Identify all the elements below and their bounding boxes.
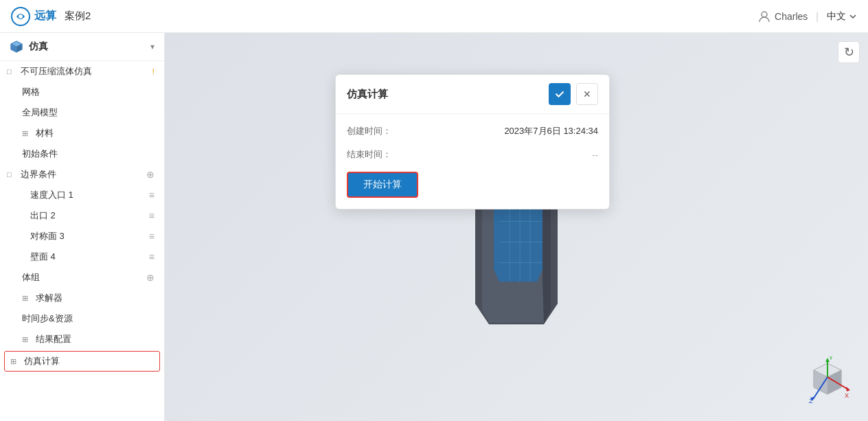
viewport: ↻ Y Z <box>165 33 868 421</box>
user-area[interactable]: Charles <box>758 10 808 23</box>
tree-item[interactable]: ⊞ 求解器 <box>0 288 164 308</box>
tree-item[interactable]: 时间步&资源 <box>0 308 164 329</box>
dialog-title: 仿真计算 <box>347 88 388 101</box>
refresh-icon: ↻ <box>844 45 854 60</box>
tree-label-outlet: 出口 2 <box>30 209 149 222</box>
tree-label-initial-condition: 初始条件 <box>22 148 155 160</box>
tree-item[interactable]: 对称面 3 ≡ <box>0 226 164 247</box>
dialog-close-button[interactable]: ✕ <box>576 83 598 105</box>
start-calc-row: 开始计算 <box>347 172 598 198</box>
tree-label-symmetry: 对称面 3 <box>30 230 149 242</box>
logo-text: 远算 <box>34 9 56 23</box>
tree-label-wall: 壁面 4 <box>30 251 149 263</box>
simulation-dialog: 仿真计算 ✕ 创建时间： <box>335 74 610 209</box>
tree-label-incompressible: 不可压缩流体仿真 <box>21 65 148 78</box>
menu-wall-icon[interactable]: ≡ <box>149 251 155 262</box>
add-body-icon[interactable]: ⊕ <box>146 272 155 283</box>
dialog-header: 仿真计算 ✕ <box>336 75 609 114</box>
tree-item[interactable]: 出口 2 ≡ <box>0 205 164 226</box>
tree-item[interactable]: 速度入口 1 ≡ <box>0 185 164 205</box>
axis-indicator: Y Z X <box>803 356 852 405</box>
header-right: Charles | 中文 <box>758 10 857 23</box>
header-left: 远算 案例2 <box>11 7 91 26</box>
main-layout: 仿真 ▾ □ 不可压缩流体仿真 ! 网格 全局模型 ⊞ 材料 初始条件 □ 边界… <box>0 33 868 421</box>
svg-point-2 <box>762 12 767 17</box>
tree-label-material: 材料 <box>36 127 155 139</box>
tree-label-velocity: 速度入口 1 <box>30 189 149 201</box>
svg-text:X: X <box>845 392 849 399</box>
menu-outlet-icon[interactable]: ≡ <box>149 210 155 221</box>
expand-icon: ⊞ <box>22 335 33 344</box>
add-boundary-icon[interactable]: ⊕ <box>146 169 155 180</box>
create-time-row: 创建时间： 2023年7月6日 13:24:34 <box>347 125 598 137</box>
end-time-row: 结束时间： -- <box>347 148 598 161</box>
svg-text:Z: Z <box>809 398 813 405</box>
tree-label-mesh: 网格 <box>22 86 155 98</box>
tree-item[interactable]: □ 边界条件 ⊕ <box>0 164 164 185</box>
svg-text:Y: Y <box>829 356 833 361</box>
create-time-value: 2023年7月6日 13:24:34 <box>402 125 598 137</box>
language-selector[interactable]: 中文 <box>827 10 857 23</box>
user-name: Charles <box>775 11 808 22</box>
dialog-body: 创建时间： 2023年7月6日 13:24:34 结束时间： -- 开始计算 <box>336 114 609 209</box>
language-label: 中文 <box>827 10 846 23</box>
sidebar-title: 仿真 <box>29 41 48 53</box>
viewport-refresh-button[interactable]: ↻ <box>838 41 860 63</box>
svg-point-1 <box>19 14 23 19</box>
tree-item-simulation-calc[interactable]: ⊞ 仿真计算 <box>4 351 160 372</box>
expand-icon: ⊞ <box>22 129 33 138</box>
expand-icon: □ <box>7 67 18 76</box>
check-icon <box>554 89 565 100</box>
start-calc-label: 开始计算 <box>363 179 402 190</box>
menu-velocity-icon[interactable]: ≡ <box>149 190 155 201</box>
dialog-confirm-button[interactable] <box>549 83 571 105</box>
end-time-label: 结束时间： <box>347 148 402 161</box>
expand-icon: ⊞ <box>22 294 33 303</box>
logo: 远算 <box>11 7 56 26</box>
tree-item[interactable]: 体组 ⊕ <box>0 267 164 288</box>
project-name: 案例2 <box>65 10 91 23</box>
tree-item[interactable]: □ 不可压缩流体仿真 ! <box>0 61 164 82</box>
sidebar-header-left: 仿真 <box>10 40 48 54</box>
tree-label-result-config: 结果配置 <box>36 333 155 345</box>
warning-icon: ! <box>152 67 155 77</box>
user-icon <box>758 10 770 23</box>
header-divider: | <box>816 11 819 22</box>
dialog-header-actions: ✕ <box>549 83 598 105</box>
tree-item[interactable]: 壁面 4 ≡ <box>0 247 164 267</box>
end-time-value: -- <box>402 150 598 160</box>
create-time-label: 创建时间： <box>347 125 402 137</box>
tree-label-boundary: 边界条件 <box>21 168 146 181</box>
close-icon: ✕ <box>583 89 591 100</box>
tree-label-simulation-calc: 仿真计算 <box>24 355 154 367</box>
menu-symmetry-icon[interactable]: ≡ <box>149 231 155 242</box>
sidebar-collapse-arrow[interactable]: ▾ <box>150 42 155 52</box>
sidebar-header: 仿真 ▾ <box>0 33 164 61</box>
tree-item[interactable]: ⊞ 材料 <box>0 123 164 144</box>
chevron-down-icon <box>849 12 857 21</box>
expand-icon-active: ⊞ <box>10 357 21 366</box>
logo-icon <box>11 7 30 26</box>
tree-label-timestep: 时间步&资源 <box>22 312 155 325</box>
cube-icon <box>10 40 23 54</box>
svg-marker-33 <box>846 387 850 391</box>
tree-label-global-model: 全局模型 <box>22 106 155 119</box>
tree-item[interactable]: 初始条件 <box>0 144 164 164</box>
start-calculation-button[interactable]: 开始计算 <box>347 172 418 198</box>
tree-item[interactable]: 网格 <box>0 82 164 102</box>
sidebar: 仿真 ▾ □ 不可压缩流体仿真 ! 网格 全局模型 ⊞ 材料 初始条件 □ 边界… <box>0 33 165 421</box>
header: 远算 案例2 Charles | 中文 <box>0 0 868 33</box>
expand-icon: □ <box>7 170 18 179</box>
tree-label-body-group: 体组 <box>22 271 146 284</box>
tree-item[interactable]: ⊞ 结果配置 <box>0 329 164 350</box>
axis-svg: Y Z X <box>803 356 852 405</box>
tree-label-solver: 求解器 <box>36 292 155 304</box>
tree-item[interactable]: 全局模型 <box>0 102 164 123</box>
